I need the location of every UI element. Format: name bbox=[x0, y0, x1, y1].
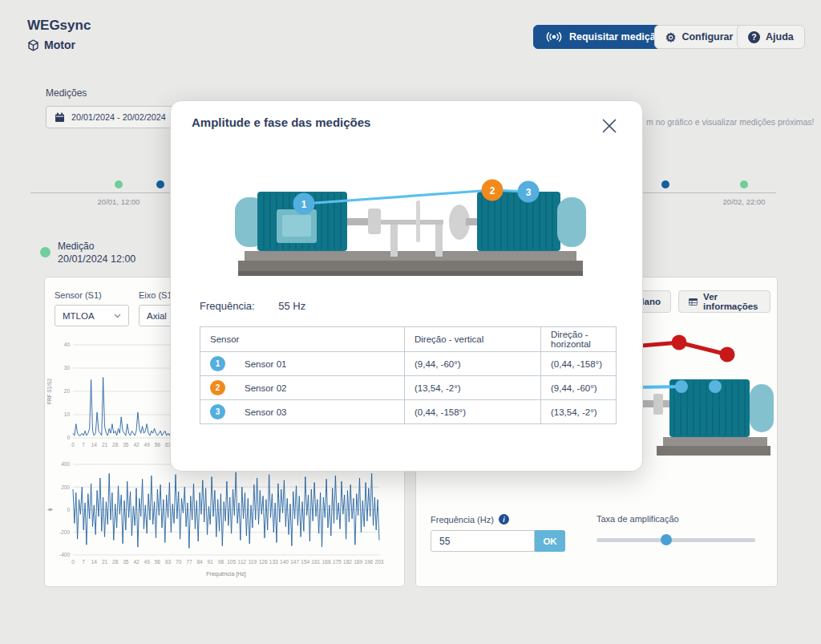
svg-text:30: 30 bbox=[64, 365, 71, 371]
svg-text:84: 84 bbox=[196, 559, 203, 565]
modal-frequency-value: 55 Hz bbox=[278, 300, 305, 312]
request-measurement-label: Requisitar medição bbox=[569, 31, 661, 43]
svg-text:3: 3 bbox=[526, 187, 532, 198]
svg-text:189: 189 bbox=[354, 559, 362, 565]
info-icon[interactable]: i bbox=[499, 514, 509, 525]
vertical-value: (13,54, -2°) bbox=[405, 376, 541, 400]
sensor-select-label: Sensor (S1) bbox=[55, 290, 102, 300]
table-header: Sensor bbox=[200, 327, 405, 352]
amplification-slider[interactable] bbox=[597, 538, 755, 542]
svg-text:21: 21 bbox=[102, 442, 108, 448]
timeline-dot-label: 20/02, 22:00 bbox=[712, 197, 776, 206]
svg-text:56: 56 bbox=[155, 442, 161, 448]
svg-text:175: 175 bbox=[333, 559, 342, 565]
svg-text:182: 182 bbox=[343, 559, 352, 565]
sensor-select-value: MTLOA bbox=[63, 311, 95, 321]
measurement-label: Medição bbox=[58, 241, 94, 252]
svg-text:200: 200 bbox=[61, 484, 70, 490]
table-row: 3Sensor 03(0,44, -158°)(13,54, -2°) bbox=[200, 400, 617, 424]
view-info-label: Ver informações bbox=[703, 292, 760, 311]
app-subtitle: Motor bbox=[27, 38, 75, 51]
sensor-select[interactable]: MTLOA bbox=[55, 305, 129, 326]
svg-text:126: 126 bbox=[259, 559, 268, 565]
configure-button[interactable]: ⚙ Configurar bbox=[654, 25, 744, 49]
horizontal-value: (9,44, -60°) bbox=[541, 376, 617, 400]
svg-text:203: 203 bbox=[375, 559, 384, 565]
timeline-dot[interactable] bbox=[740, 180, 748, 188]
close-icon[interactable] bbox=[599, 115, 620, 136]
svg-text:Frequência [Hz]: Frequência [Hz] bbox=[206, 571, 245, 577]
modal-title: Amplitude e fase das medições bbox=[192, 115, 370, 129]
svg-text:35: 35 bbox=[123, 559, 129, 565]
sensor-name: Sensor 02 bbox=[245, 383, 286, 393]
svg-text:-400: -400 bbox=[59, 552, 70, 557]
horizontal-value: (13,54, -2°) bbox=[541, 400, 617, 424]
svg-text:49: 49 bbox=[144, 559, 151, 565]
vertical-value: (0,44, -158°) bbox=[405, 400, 541, 424]
svg-text:1: 1 bbox=[301, 199, 307, 210]
svg-text:112: 112 bbox=[238, 559, 247, 565]
svg-text:400: 400 bbox=[61, 461, 70, 467]
svg-text:20: 20 bbox=[64, 388, 71, 394]
calendar-icon bbox=[55, 112, 65, 123]
svg-text:42: 42 bbox=[133, 559, 140, 565]
svg-text:140: 140 bbox=[280, 559, 289, 565]
svg-text:0: 0 bbox=[71, 442, 75, 448]
view-plan-label: lano bbox=[641, 297, 661, 306]
svg-text:0: 0 bbox=[71, 559, 75, 565]
svg-text:14: 14 bbox=[91, 559, 98, 565]
svg-text:154: 154 bbox=[301, 559, 309, 565]
amplification-slider-thumb[interactable] bbox=[661, 534, 672, 545]
phase-chart: 4002000-200-4000714212835424956637077849… bbox=[45, 458, 402, 582]
amplitude-phase-modal: Amplitude e fase das medições 1 bbox=[170, 100, 643, 472]
timeline-dot[interactable] bbox=[156, 180, 164, 188]
svg-text:0: 0 bbox=[67, 435, 70, 440]
sensor-badge-1: 1 bbox=[293, 193, 315, 215]
svg-text:168: 168 bbox=[322, 559, 331, 565]
gear-icon: ⚙ bbox=[665, 31, 676, 43]
timeline-dot[interactable] bbox=[115, 180, 123, 188]
sensor-name: Sensor 01 bbox=[245, 359, 286, 369]
svg-text:ϕ: ϕ bbox=[47, 508, 53, 511]
svg-text:56: 56 bbox=[155, 559, 161, 565]
svg-text:35: 35 bbox=[123, 442, 129, 448]
modal-table-head-row: SensorDireção - verticalDireção - horizo… bbox=[200, 327, 617, 352]
frequency-input[interactable] bbox=[431, 530, 535, 552]
sensor-name: Sensor 03 bbox=[245, 407, 286, 417]
sensor-badge: 1 bbox=[210, 356, 225, 371]
svg-text:7: 7 bbox=[82, 442, 85, 448]
measurement-status-dot bbox=[40, 247, 51, 257]
broadcast-icon bbox=[544, 30, 564, 43]
frequency-ok-button[interactable]: OK bbox=[535, 530, 565, 552]
svg-text:77: 77 bbox=[186, 559, 192, 565]
medicoes-section-label: Medições bbox=[46, 87, 87, 99]
svg-text:63: 63 bbox=[165, 559, 172, 565]
table-row: 1Sensor 01(9,44, -60°)(0,44, -158°) bbox=[200, 352, 617, 376]
svg-text:40: 40 bbox=[64, 342, 71, 347]
svg-text:91: 91 bbox=[208, 559, 214, 565]
svg-text:133: 133 bbox=[269, 559, 278, 565]
sensor-badge: 2 bbox=[210, 380, 225, 395]
chevron-down-icon bbox=[114, 314, 121, 318]
timeline-dot[interactable] bbox=[661, 180, 669, 188]
svg-text:14: 14 bbox=[91, 442, 98, 448]
svg-text:-200: -200 bbox=[59, 529, 70, 535]
svg-text:196: 196 bbox=[364, 559, 373, 565]
request-measurement-button[interactable]: Requisitar medição bbox=[533, 25, 673, 49]
timeline-dot-label: 20/01, 12:00 bbox=[87, 197, 151, 206]
date-range-picker[interactable]: 20/01/2024 - 20/02/2024 bbox=[46, 106, 184, 128]
sensor-badge-2: 2 bbox=[482, 180, 504, 201]
modal-frequency-row: Frequência: 55 Hz bbox=[200, 300, 305, 312]
motor-bench-illustration: 1 2 3 bbox=[233, 165, 586, 286]
modal-frequency-label: Frequência: bbox=[200, 300, 255, 312]
help-button[interactable]: ? Ajuda bbox=[737, 25, 805, 49]
measurement-datetime: 20/01/2024 12:00 bbox=[58, 253, 135, 265]
svg-text:161: 161 bbox=[312, 559, 321, 565]
view-info-button[interactable]: Ver informações bbox=[678, 290, 770, 313]
svg-text:28: 28 bbox=[112, 442, 119, 448]
graph-hint-text: m no gráfico e visualizar medições próxi… bbox=[646, 117, 818, 127]
svg-text:FRF S1/S2: FRF S1/S2 bbox=[47, 379, 52, 405]
help-icon: ? bbox=[748, 31, 760, 43]
svg-text:147: 147 bbox=[290, 559, 299, 565]
svg-text:28: 28 bbox=[112, 559, 119, 565]
